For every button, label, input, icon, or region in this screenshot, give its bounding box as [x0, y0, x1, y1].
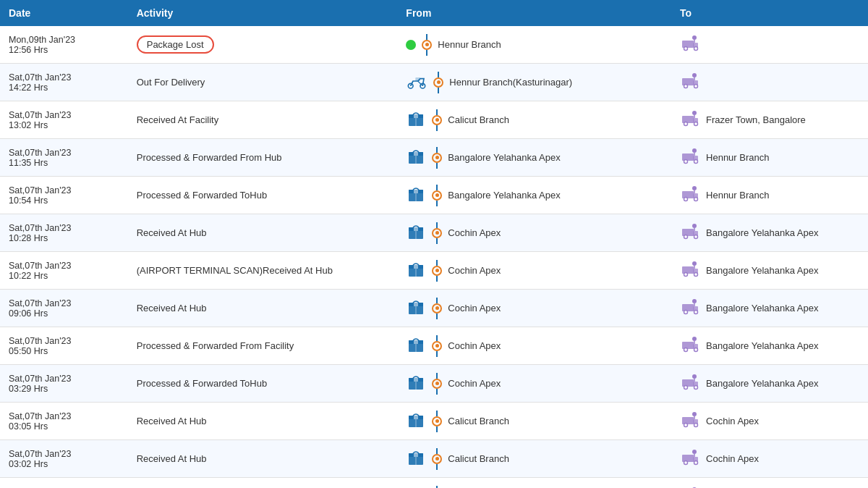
connector-icon	[432, 411, 442, 432]
date-cell: Sat,07th Jan'2311:35 Hrs	[0, 139, 128, 177]
connector-icon	[432, 109, 442, 131]
svg-rect-74	[414, 303, 418, 306]
from-cell: Cochin Apex	[397, 252, 671, 290]
activity-cell: Processed & Forwarded ToHub	[128, 177, 398, 214]
svg-rect-98	[682, 379, 694, 387]
package-icon	[406, 297, 426, 319]
date-cell: Sat,07th Jan'2314:22 Hrs	[0, 64, 128, 101]
to-cell: Bangalore Yelahanka Apex	[671, 327, 868, 365]
tracking-table: Date Activity From To Mon,09th Jan'2312:…	[0, 0, 868, 488]
connector-icon	[433, 72, 443, 93]
svg-point-125	[692, 450, 697, 454]
date-cell: Sat,07th Jan'2310:22 Hrs	[0, 252, 128, 290]
time-value: 10:22 Hrs	[9, 271, 48, 281]
svg-rect-96	[414, 378, 418, 382]
to-cell: Hennur Branch	[671, 177, 868, 214]
svg-point-15	[692, 73, 697, 77]
from-location: Hennur Branch	[438, 39, 501, 50]
date-value: Sat,07th Jan'23	[9, 110, 71, 120]
col-date: Date	[0, 0, 128, 26]
location-icon	[680, 410, 700, 432]
to-location: Hennur Branch	[706, 152, 769, 163]
activity-label: Out For Delivery	[137, 77, 205, 88]
table-row: Sat,07th Jan'2303:05 HrsReceived At Hub …	[0, 403, 868, 440]
to-cell: Bangalore Yelahanka Apex	[671, 252, 868, 290]
location-icon	[680, 184, 700, 206]
svg-rect-107	[414, 416, 418, 419]
svg-point-24	[684, 122, 688, 126]
svg-rect-109	[682, 417, 694, 424]
to-location: Bangalore Yelahanka Apex	[706, 303, 818, 314]
from-location: Calicut Branch	[448, 416, 509, 426]
from-cell: Calicut Branch	[397, 101, 671, 139]
svg-point-102	[694, 386, 698, 390]
time-value: 11:35 Hrs	[9, 158, 48, 168]
svg-point-79	[684, 311, 688, 314]
to-cell: Frazer Town, Bangalore	[671, 101, 868, 139]
connector-icon	[432, 298, 442, 319]
time-value: 03:29 Hrs	[9, 384, 48, 394]
svg-point-103	[692, 374, 697, 379]
date-value: Sat,07th Jan'23	[9, 298, 71, 308]
svg-point-91	[694, 348, 698, 352]
activity-label: Received At Hub	[137, 303, 207, 314]
date-cell: Sat,07th Jan'2303:29 Hrs	[0, 365, 128, 403]
package-icon	[406, 146, 426, 169]
table-row: Sat,07th Jan'2305:50 HrsProcessed & Forw…	[0, 327, 868, 365]
svg-point-80	[694, 311, 698, 314]
connector-icon	[432, 147, 442, 169]
from-cell: Hennur Branch(Kasturinagar)	[397, 64, 671, 101]
connector-icon	[432, 185, 442, 206]
from-cell: Cochin Apex	[397, 327, 671, 365]
date-value: Sat,07th Jan'23	[9, 261, 71, 271]
date-value: Sat,07th Jan'23	[9, 223, 71, 233]
activity-cell: Processed & Forwarded ToHub	[128, 365, 398, 403]
date-value: Sat,07th Jan'23	[9, 336, 71, 346]
to-cell: Bangalore Yelahanka Apex	[671, 290, 868, 327]
package-icon	[406, 372, 426, 395]
svg-point-26	[692, 111, 697, 115]
time-value: 14:22 Hrs	[9, 83, 48, 93]
location-icon	[680, 146, 700, 169]
package-icon	[406, 335, 426, 357]
date-cell: Sat,07th Jan'2309:06 Hrs	[0, 290, 128, 327]
activity-label: Processed & Forwarded From Facility	[137, 340, 294, 351]
svg-point-81	[692, 299, 697, 303]
from-location: Cochin Apex	[448, 303, 501, 314]
to-cell: Bangalore Yelahanka Apex	[671, 365, 868, 403]
from-location: Hennur Branch(Kasturinagar)	[449, 77, 572, 88]
to-cell	[671, 26, 868, 64]
svg-point-90	[684, 348, 688, 352]
svg-point-92	[692, 337, 697, 341]
date-value: Sat,07th Jan'23	[9, 72, 71, 83]
svg-rect-30	[414, 152, 418, 156]
from-location: Cochin Apex	[448, 340, 501, 351]
svg-rect-10	[682, 78, 694, 85]
location-icon	[680, 33, 700, 56]
to-cell	[671, 64, 868, 101]
svg-rect-32	[682, 153, 694, 161]
from-location: Bangalore Yelahanka Apex	[448, 152, 560, 163]
connector-icon	[432, 335, 442, 357]
connector-icon	[422, 34, 432, 56]
table-row: Sat,07th Jan'2310:54 HrsProcessed & Forw…	[0, 177, 868, 214]
to-cell: Cochin Apex	[671, 440, 868, 478]
connector-icon	[432, 448, 442, 470]
from-cell: Calicut Branch	[397, 440, 671, 478]
svg-point-69	[694, 273, 698, 277]
svg-point-3	[684, 47, 688, 51]
svg-rect-65	[682, 266, 694, 274]
from-cell: Hennur Branch	[397, 26, 671, 64]
location-icon	[680, 222, 700, 244]
date-cell: Sat,07th Jan'2313:02 Hrs	[0, 101, 128, 139]
location-icon	[680, 447, 700, 470]
activity-cell: (AIRPORT TERMINAL SCAN)Received At Hub	[128, 252, 398, 290]
svg-rect-76	[682, 304, 694, 311]
to-cell: Bangalore Yelahanka Apex	[671, 214, 868, 252]
from-cell: Calicut Branch	[397, 403, 671, 440]
date-cell: Sat,07th Jan'2303:05 Hrs	[0, 403, 128, 440]
from-cell: Cochin Apex	[397, 290, 671, 327]
activity-label: Processed & Forwarded ToHub	[137, 378, 267, 389]
to-cell: Cochin Apex	[671, 403, 868, 440]
from-location: Calicut Branch	[448, 114, 509, 125]
